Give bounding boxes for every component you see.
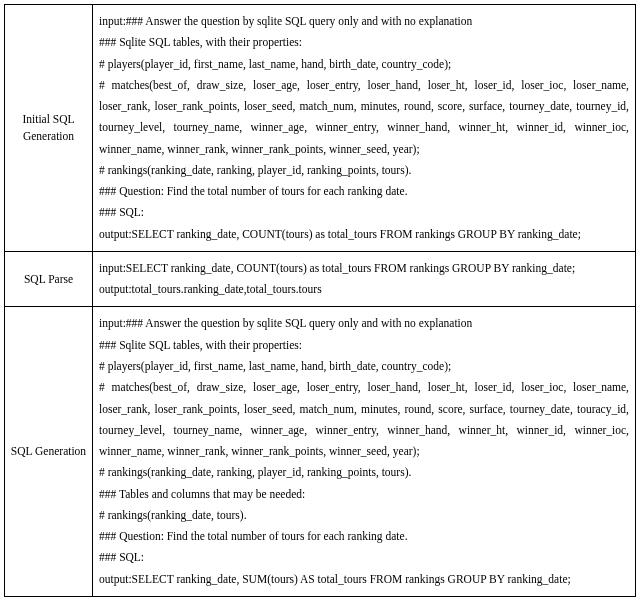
row-content-cell: input:### Answer the question by sqlite …	[93, 5, 636, 252]
content-line: # rankings(ranking_date, ranking, player…	[99, 160, 629, 181]
content-line: output:total_tours.ranking_date,total_to…	[99, 279, 629, 300]
row-label-cell: SQL Generation	[5, 307, 93, 596]
content-line: output:SELECT ranking_date, COUNT(tours)…	[99, 224, 629, 245]
content-line: ### Question: Find the total number of t…	[99, 526, 629, 547]
content-line: ### Sqlite SQL tables, with their proper…	[99, 335, 629, 356]
content-line: ### Sqlite SQL tables, with their proper…	[99, 32, 629, 53]
row-label-cell: Initial SQL Generation	[5, 5, 93, 252]
content-line: output:SELECT ranking_date, SUM(tours) A…	[99, 569, 629, 590]
content-line: # rankings(ranking_date, tours).	[99, 505, 629, 526]
row-content-cell: input:SELECT ranking_date, COUNT(tours) …	[93, 251, 636, 307]
content-line: input:### Answer the question by sqlite …	[99, 11, 629, 32]
content-line: # players(player_id, first_name, last_na…	[99, 356, 629, 377]
table-row: SQL Generation input:### Answer the ques…	[5, 307, 636, 596]
row-label: SQL Parse	[24, 273, 73, 285]
content-line: ### Question: Find the total number of t…	[99, 181, 629, 202]
content-line: # matches(best_of, draw_size, loser_age,…	[99, 75, 629, 160]
row-label: Initial SQL Generation	[22, 113, 74, 142]
row-label: SQL Generation	[11, 445, 86, 457]
content-line: ### Tables and columns that may be neede…	[99, 484, 629, 505]
table-row: Initial SQL Generation input:### Answer …	[5, 5, 636, 252]
sql-examples-table: Initial SQL Generation input:### Answer …	[4, 4, 636, 597]
content-line: # players(player_id, first_name, last_na…	[99, 54, 629, 75]
row-label-cell: SQL Parse	[5, 251, 93, 307]
content-line: ### SQL:	[99, 547, 629, 568]
content-line: # rankings(ranking_date, ranking, player…	[99, 462, 629, 483]
content-line: input:### Answer the question by sqlite …	[99, 313, 629, 334]
content-line: # matches(best_of, draw_size, loser_age,…	[99, 377, 629, 462]
content-line: ### SQL:	[99, 202, 629, 223]
row-content-cell: input:### Answer the question by sqlite …	[93, 307, 636, 596]
table-row: SQL Parse input:SELECT ranking_date, COU…	[5, 251, 636, 307]
content-line: input:SELECT ranking_date, COUNT(tours) …	[99, 258, 629, 279]
